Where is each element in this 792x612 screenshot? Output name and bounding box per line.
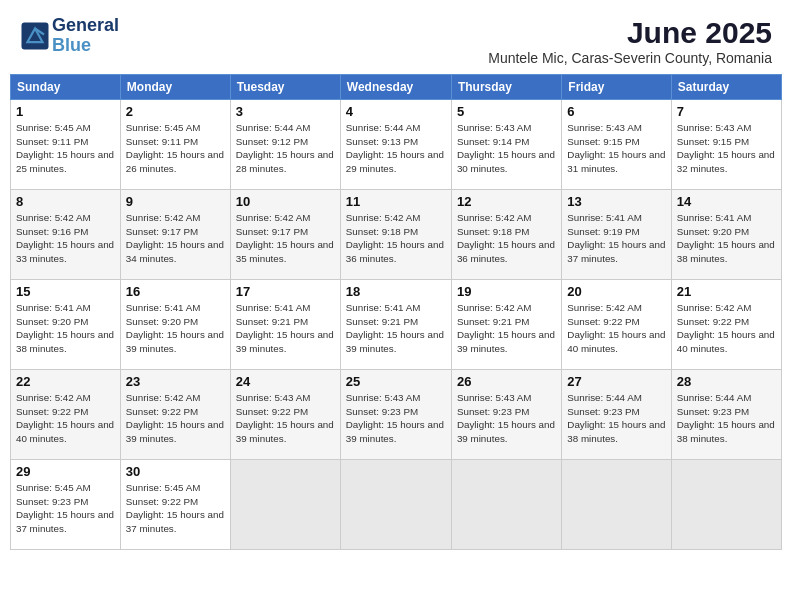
calendar-cell: 8Sunrise: 5:42 AMSunset: 9:16 PMDaylight…	[11, 190, 121, 280]
calendar-cell: 3Sunrise: 5:44 AMSunset: 9:12 PMDaylight…	[230, 100, 340, 190]
calendar-cell: 7Sunrise: 5:43 AMSunset: 9:15 PMDaylight…	[671, 100, 781, 190]
day-number: 23	[126, 374, 225, 389]
calendar-cell	[230, 460, 340, 550]
calendar-cell: 16Sunrise: 5:41 AMSunset: 9:20 PMDayligh…	[120, 280, 230, 370]
calendar-cell: 19Sunrise: 5:42 AMSunset: 9:21 PMDayligh…	[451, 280, 561, 370]
calendar-week-row: 1Sunrise: 5:45 AMSunset: 9:11 PMDaylight…	[11, 100, 782, 190]
day-info: Sunrise: 5:45 AMSunset: 9:11 PMDaylight:…	[16, 121, 115, 176]
day-info: Sunrise: 5:44 AMSunset: 9:13 PMDaylight:…	[346, 121, 446, 176]
location-title: Muntele Mic, Caras-Severin County, Roman…	[488, 50, 772, 66]
day-of-week-header: Thursday	[451, 75, 561, 100]
calendar-table: SundayMondayTuesdayWednesdayThursdayFrid…	[10, 74, 782, 550]
day-info: Sunrise: 5:43 AMSunset: 9:23 PMDaylight:…	[346, 391, 446, 446]
day-number: 22	[16, 374, 115, 389]
day-info: Sunrise: 5:41 AMSunset: 9:19 PMDaylight:…	[567, 211, 665, 266]
calendar-week-row: 29Sunrise: 5:45 AMSunset: 9:23 PMDayligh…	[11, 460, 782, 550]
day-of-week-header: Sunday	[11, 75, 121, 100]
day-info: Sunrise: 5:42 AMSunset: 9:18 PMDaylight:…	[346, 211, 446, 266]
calendar-week-row: 15Sunrise: 5:41 AMSunset: 9:20 PMDayligh…	[11, 280, 782, 370]
day-number: 1	[16, 104, 115, 119]
calendar-cell: 18Sunrise: 5:41 AMSunset: 9:21 PMDayligh…	[340, 280, 451, 370]
day-number: 16	[126, 284, 225, 299]
day-number: 17	[236, 284, 335, 299]
day-info: Sunrise: 5:43 AMSunset: 9:14 PMDaylight:…	[457, 121, 556, 176]
calendar-cell: 14Sunrise: 5:41 AMSunset: 9:20 PMDayligh…	[671, 190, 781, 280]
day-number: 8	[16, 194, 115, 209]
calendar-cell	[562, 460, 671, 550]
day-of-week-header: Wednesday	[340, 75, 451, 100]
day-info: Sunrise: 5:42 AMSunset: 9:22 PMDaylight:…	[16, 391, 115, 446]
day-of-week-header: Monday	[120, 75, 230, 100]
calendar-cell: 21Sunrise: 5:42 AMSunset: 9:22 PMDayligh…	[671, 280, 781, 370]
day-number: 19	[457, 284, 556, 299]
day-info: Sunrise: 5:45 AMSunset: 9:23 PMDaylight:…	[16, 481, 115, 536]
day-number: 9	[126, 194, 225, 209]
calendar-cell: 5Sunrise: 5:43 AMSunset: 9:14 PMDaylight…	[451, 100, 561, 190]
day-info: Sunrise: 5:42 AMSunset: 9:21 PMDaylight:…	[457, 301, 556, 356]
day-number: 2	[126, 104, 225, 119]
day-of-week-header: Saturday	[671, 75, 781, 100]
day-number: 7	[677, 104, 776, 119]
day-info: Sunrise: 5:41 AMSunset: 9:21 PMDaylight:…	[236, 301, 335, 356]
day-number: 25	[346, 374, 446, 389]
calendar-cell: 12Sunrise: 5:42 AMSunset: 9:18 PMDayligh…	[451, 190, 561, 280]
day-number: 5	[457, 104, 556, 119]
day-number: 3	[236, 104, 335, 119]
day-number: 28	[677, 374, 776, 389]
day-number: 29	[16, 464, 115, 479]
logo-text: GeneralBlue	[52, 16, 119, 56]
day-info: Sunrise: 5:41 AMSunset: 9:20 PMDaylight:…	[16, 301, 115, 356]
calendar-cell: 6Sunrise: 5:43 AMSunset: 9:15 PMDaylight…	[562, 100, 671, 190]
calendar-cell: 20Sunrise: 5:42 AMSunset: 9:22 PMDayligh…	[562, 280, 671, 370]
day-info: Sunrise: 5:42 AMSunset: 9:17 PMDaylight:…	[236, 211, 335, 266]
day-info: Sunrise: 5:43 AMSunset: 9:15 PMDaylight:…	[677, 121, 776, 176]
calendar-cell: 4Sunrise: 5:44 AMSunset: 9:13 PMDaylight…	[340, 100, 451, 190]
day-number: 13	[567, 194, 665, 209]
calendar-cell	[451, 460, 561, 550]
title-area: June 2025 Muntele Mic, Caras-Severin Cou…	[488, 16, 772, 66]
calendar-header-row: SundayMondayTuesdayWednesdayThursdayFrid…	[11, 75, 782, 100]
day-number: 24	[236, 374, 335, 389]
calendar-cell: 30Sunrise: 5:45 AMSunset: 9:22 PMDayligh…	[120, 460, 230, 550]
day-info: Sunrise: 5:44 AMSunset: 9:23 PMDaylight:…	[677, 391, 776, 446]
day-number: 12	[457, 194, 556, 209]
calendar-cell	[671, 460, 781, 550]
day-info: Sunrise: 5:41 AMSunset: 9:21 PMDaylight:…	[346, 301, 446, 356]
calendar-cell: 25Sunrise: 5:43 AMSunset: 9:23 PMDayligh…	[340, 370, 451, 460]
calendar-cell: 10Sunrise: 5:42 AMSunset: 9:17 PMDayligh…	[230, 190, 340, 280]
calendar-cell: 26Sunrise: 5:43 AMSunset: 9:23 PMDayligh…	[451, 370, 561, 460]
calendar-cell: 23Sunrise: 5:42 AMSunset: 9:22 PMDayligh…	[120, 370, 230, 460]
calendar-cell: 2Sunrise: 5:45 AMSunset: 9:11 PMDaylight…	[120, 100, 230, 190]
day-number: 4	[346, 104, 446, 119]
month-title: June 2025	[488, 16, 772, 50]
day-info: Sunrise: 5:41 AMSunset: 9:20 PMDaylight:…	[126, 301, 225, 356]
calendar-cell	[340, 460, 451, 550]
calendar-cell: 29Sunrise: 5:45 AMSunset: 9:23 PMDayligh…	[11, 460, 121, 550]
calendar-cell: 11Sunrise: 5:42 AMSunset: 9:18 PMDayligh…	[340, 190, 451, 280]
calendar-header: GeneralBlue June 2025 Muntele Mic, Caras…	[10, 10, 782, 70]
day-info: Sunrise: 5:42 AMSunset: 9:22 PMDaylight:…	[126, 391, 225, 446]
day-info: Sunrise: 5:44 AMSunset: 9:23 PMDaylight:…	[567, 391, 665, 446]
calendar-cell: 22Sunrise: 5:42 AMSunset: 9:22 PMDayligh…	[11, 370, 121, 460]
day-info: Sunrise: 5:42 AMSunset: 9:17 PMDaylight:…	[126, 211, 225, 266]
day-info: Sunrise: 5:43 AMSunset: 9:15 PMDaylight:…	[567, 121, 665, 176]
day-number: 18	[346, 284, 446, 299]
day-number: 10	[236, 194, 335, 209]
calendar-week-row: 8Sunrise: 5:42 AMSunset: 9:16 PMDaylight…	[11, 190, 782, 280]
calendar-cell: 9Sunrise: 5:42 AMSunset: 9:17 PMDaylight…	[120, 190, 230, 280]
day-number: 6	[567, 104, 665, 119]
day-info: Sunrise: 5:43 AMSunset: 9:23 PMDaylight:…	[457, 391, 556, 446]
calendar-cell: 1Sunrise: 5:45 AMSunset: 9:11 PMDaylight…	[11, 100, 121, 190]
day-info: Sunrise: 5:42 AMSunset: 9:16 PMDaylight:…	[16, 211, 115, 266]
day-of-week-header: Tuesday	[230, 75, 340, 100]
logo: GeneralBlue	[20, 16, 119, 56]
calendar-cell: 15Sunrise: 5:41 AMSunset: 9:20 PMDayligh…	[11, 280, 121, 370]
day-number: 27	[567, 374, 665, 389]
calendar-cell: 17Sunrise: 5:41 AMSunset: 9:21 PMDayligh…	[230, 280, 340, 370]
day-info: Sunrise: 5:42 AMSunset: 9:18 PMDaylight:…	[457, 211, 556, 266]
day-number: 21	[677, 284, 776, 299]
day-number: 26	[457, 374, 556, 389]
day-info: Sunrise: 5:43 AMSunset: 9:22 PMDaylight:…	[236, 391, 335, 446]
day-info: Sunrise: 5:42 AMSunset: 9:22 PMDaylight:…	[567, 301, 665, 356]
calendar-cell: 13Sunrise: 5:41 AMSunset: 9:19 PMDayligh…	[562, 190, 671, 280]
